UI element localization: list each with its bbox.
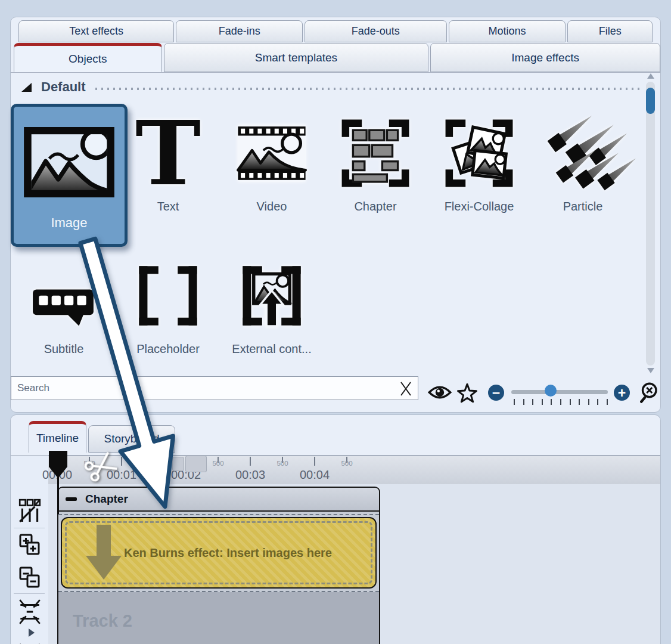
zoom-out-button[interactable]: − [488, 385, 504, 401]
ken-burns-dropzone[interactable]: Ken Burns effect: Insert images here [61, 517, 377, 589]
track-layout-icon[interactable] [18, 497, 41, 524]
chapter-title: Chapter [85, 493, 128, 506]
drag-ghost-block [185, 456, 207, 472]
tab-fade-outs[interactable]: Fade-outs [305, 20, 447, 42]
particle-icon [548, 112, 617, 195]
object-particle[interactable]: Particle [538, 112, 627, 213]
external-content-icon [236, 254, 307, 338]
placeholder-icon [132, 254, 204, 338]
tab-label: Storyboard [104, 432, 160, 445]
toolbar-separator [14, 528, 45, 528]
drop-arrow-icon [85, 525, 123, 581]
timeline-panel: Storyboard Timeline [10, 414, 661, 644]
chapter-header[interactable]: Chapter [58, 488, 379, 512]
object-label: Flexi-Collage [445, 200, 514, 213]
track-divider-dashed [58, 514, 379, 515]
ruler-minor-label: 500 [83, 460, 95, 467]
timeline-ruler[interactable]: 00:0050000:0150000:0250000:0350000:04500 [48, 456, 660, 485]
timeline-main: 00:0050000:0150000:0250000:0350000:04500… [48, 456, 660, 644]
timeline-toolbar [11, 456, 49, 644]
track-2[interactable]: Track 2 [58, 592, 379, 644]
thumbnail-size-slider-track[interactable] [511, 390, 608, 394]
object-subtitle[interactable]: Subtitle [19, 254, 108, 356]
ruler-major-tick [314, 457, 315, 466]
video-icon [237, 112, 307, 195]
collapse-all-tracks-icon[interactable] [18, 565, 41, 591]
shrink-view-icon[interactable] [18, 599, 41, 625]
ruler-major-tick [121, 457, 122, 466]
toolbox-tab-row-1: Text effects Fade-ins Fade-outs Motions … [18, 20, 653, 42]
flyout-arrow-icon[interactable] [29, 628, 35, 637]
clear-search-icon[interactable] [397, 380, 415, 398]
search-input[interactable] [11, 376, 418, 400]
tab-image-effects[interactable]: Image effects [430, 43, 660, 72]
zoom-reset-magnifier-icon[interactable] [640, 382, 661, 406]
scrollbar-thumb[interactable] [646, 88, 655, 114]
object-label: Subtitle [44, 342, 84, 356]
ruler-minor-label: 500 [212, 460, 223, 467]
dropzone-text: Ken Burns effect: Insert images here [124, 518, 332, 587]
object-text[interactable]: T Text [123, 112, 213, 213]
toolbox-panel: Text effects Fade-ins Fade-outs Motions … [10, 17, 661, 413]
ruler-minor-label: 500 [277, 460, 288, 467]
object-label: Chapter [354, 200, 396, 213]
toolbar-separator [14, 593, 45, 594]
ruler-minor-label: 500 [341, 460, 352, 467]
tab-motions[interactable]: Motions [449, 20, 566, 42]
object-label: Video [257, 200, 287, 213]
object-placeholder[interactable]: Placeholder [123, 254, 213, 356]
section-title: Default [41, 79, 86, 95]
chapter-track-group[interactable]: Chapter Ken Burns effect: Insert images … [57, 487, 380, 644]
scroll-up-icon[interactable] [647, 73, 654, 79]
image-icon [24, 117, 114, 207]
toolbox-tab-row-2: Objects Smart templates Image effects [11, 43, 660, 73]
tab-fade-ins[interactable]: Fade-ins [176, 20, 303, 42]
tab-storyboard[interactable]: Storyboard [88, 425, 175, 453]
ruler-second-label: 00:03 [235, 468, 265, 482]
thumbnail-size-slider-thumb[interactable] [545, 385, 557, 397]
object-flexi-collage[interactable]: Flexi-Collage [434, 112, 524, 213]
scrollbar-track[interactable] [646, 82, 655, 366]
collapse-chapter-icon[interactable] [66, 497, 77, 501]
section-collapse-icon[interactable] [21, 83, 32, 92]
ruler-second-label: 00:04 [300, 468, 330, 482]
object-external-content[interactable]: External cont... [227, 254, 316, 356]
slider-tick-marks [514, 399, 608, 405]
expand-all-tracks-icon[interactable] [18, 532, 41, 558]
section-dotted-rule [95, 88, 642, 90]
flexi-collage-icon [445, 112, 513, 195]
tab-files[interactable]: Files [567, 20, 653, 42]
tab-text-effects[interactable]: Text effects [18, 20, 174, 42]
text-icon: T [135, 112, 201, 195]
chapter-icon [341, 112, 409, 195]
object-label: Image [51, 215, 87, 231]
playhead-line [57, 477, 59, 514]
track-2-label: Track 2 [73, 611, 132, 630]
object-label: Particle [563, 200, 603, 213]
ruler-major-tick [250, 457, 251, 466]
tab-objects[interactable]: Objects [14, 43, 162, 72]
zoom-in-button[interactable]: + [614, 385, 630, 401]
ruler-minor-label: 500 [148, 460, 159, 467]
tab-timeline[interactable]: Timeline [29, 421, 86, 453]
ruler-second-label: 00:01 [107, 468, 136, 482]
timeline-tracks-area[interactable]: Chapter Ken Burns effect: Insert images … [48, 484, 660, 644]
object-chapter[interactable]: Chapter [331, 112, 420, 213]
favorites-star-icon[interactable] [456, 383, 478, 406]
subtitle-icon [30, 254, 97, 338]
object-label: External cont... [232, 342, 311, 356]
tab-smart-templates[interactable]: Smart templates [164, 43, 429, 72]
scroll-down-icon[interactable] [647, 368, 654, 373]
object-label: Placeholder [136, 342, 200, 356]
visibility-eye-icon[interactable] [428, 383, 452, 404]
object-video[interactable]: Video [227, 112, 316, 213]
tab-label: Timeline [36, 432, 79, 445]
drag-ghost-block [172, 457, 184, 471]
object-image-selected[interactable]: Image [11, 104, 128, 247]
section-header-default[interactable]: Default [21, 79, 642, 95]
text-glyph: T [135, 117, 201, 189]
